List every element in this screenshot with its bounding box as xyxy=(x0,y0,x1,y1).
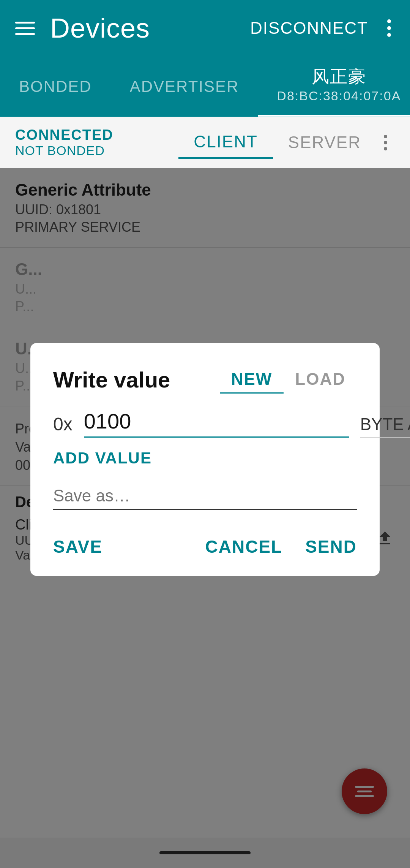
tab-device[interactable]: 风正豪 D8:BC:38:04:07:0A xyxy=(258,56,410,117)
tab-new[interactable]: NEW xyxy=(220,366,284,394)
save-button[interactable]: SAVE xyxy=(53,533,102,561)
input-row: 0x BYTE A.. ▼ xyxy=(53,409,357,438)
status-bar: CONNECTED NOT BONDED CLIENT SERVER xyxy=(0,117,410,168)
type-label: BYTE A.. xyxy=(360,415,410,434)
not-bonded-label: NOT BONDED xyxy=(15,143,114,158)
value-input[interactable] xyxy=(84,409,349,438)
more-icon[interactable] xyxy=(383,16,395,41)
send-button[interactable]: SEND xyxy=(305,533,357,561)
dialog-actions: SAVE CANCEL SEND xyxy=(53,529,357,561)
tab-client[interactable]: CLIENT xyxy=(178,126,273,159)
connection-status: CONNECTED NOT BONDED xyxy=(15,127,114,158)
app-bar-right: DISCONNECT xyxy=(250,16,395,41)
dialog-header: Write value NEW LOAD xyxy=(53,366,357,394)
write-value-dialog: Write value NEW LOAD 0x BYTE A.. ▼ ADD V… xyxy=(30,343,380,576)
dialog-tabs: NEW LOAD xyxy=(220,366,357,394)
dialog-title: Write value xyxy=(53,367,170,392)
dialog-overlay: Write value NEW LOAD 0x BYTE A.. ▼ ADD V… xyxy=(0,168,410,868)
status-more-icon[interactable] xyxy=(376,129,395,157)
add-value-button[interactable]: ADD VALUE xyxy=(53,449,152,467)
tab-load[interactable]: LOAD xyxy=(284,366,357,394)
tab-bar: BONDED ADVERTISER 风正豪 D8:BC:38:04:07:0A … xyxy=(0,56,410,117)
hex-prefix: 0x xyxy=(53,414,73,438)
device-name: 风正豪 xyxy=(312,65,366,89)
cancel-button[interactable]: CANCEL xyxy=(205,533,283,561)
tab-server[interactable]: SERVER xyxy=(273,127,376,158)
type-selector[interactable]: BYTE A.. ▼ xyxy=(360,415,410,438)
disconnect-button[interactable]: DISCONNECT xyxy=(250,19,368,38)
app-title: Devices xyxy=(50,13,150,44)
main-content: Generic Attribute UUID: 0x1801 PRIMARY S… xyxy=(0,168,410,868)
tab-advertiser[interactable]: ADVERTISER xyxy=(111,56,258,117)
device-mac: D8:BC:38:04:07:0A xyxy=(277,89,401,103)
app-bar-left: Devices xyxy=(15,13,150,44)
tab-bonded[interactable]: BONDED xyxy=(0,56,111,117)
status-tabs: CLIENT SERVER xyxy=(178,126,395,159)
save-as-input[interactable] xyxy=(53,486,357,510)
hamburger-icon[interactable] xyxy=(15,22,35,35)
app-bar: Devices DISCONNECT xyxy=(0,0,410,56)
connected-label: CONNECTED xyxy=(15,127,114,143)
